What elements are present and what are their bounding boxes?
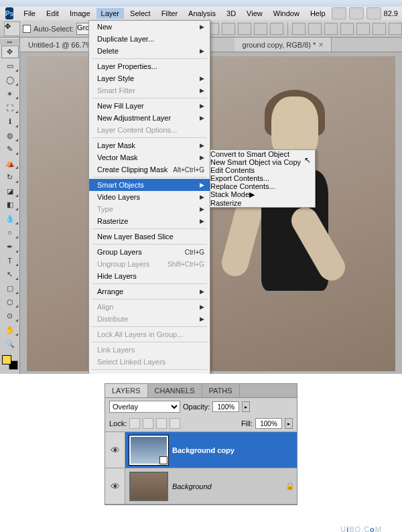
menu-item-vector-mask[interactable]: Vector Mask▶ [89, 151, 210, 163]
opacity-input[interactable]: 100% [212, 401, 239, 412]
menu-item-rasterize[interactable]: Rasterize▶ [89, 215, 210, 227]
distribute-icon[interactable] [292, 23, 306, 35]
submenu-item-new-smart-object-via-copy: New Smart Object via Copy [210, 158, 315, 166]
launch-bridge-icon[interactable] [332, 7, 346, 19]
menu-item-create-clipping-mask[interactable]: Create Clipping MaskAlt+Ctrl+G [89, 163, 210, 176]
view-extras-icon[interactable] [349, 7, 364, 19]
crop-tool[interactable]: ⛶ [1, 101, 19, 114]
healing-brush-tool[interactable]: ◍ [1, 129, 19, 142]
menu-item-duplicate-layer-[interactable]: Duplicate Layer... [89, 33, 210, 45]
doc-tab-2[interactable]: ground copy, RGB/8) * × [234, 38, 332, 52]
path-select-tool[interactable]: ↖ [1, 268, 19, 281]
menu-image[interactable]: Image [65, 8, 95, 19]
panel-expand-icon[interactable]: ▸▸ [0, 39, 19, 45]
foreground-color[interactable] [2, 355, 11, 364]
auto-align-icon[interactable] [389, 23, 402, 35]
menu-file[interactable]: File [19, 8, 40, 19]
type-tool[interactable]: T [1, 255, 19, 267]
menu-edit[interactable]: Edit [42, 8, 64, 19]
opacity-slider-icon[interactable]: ▸ [242, 401, 250, 412]
align-right-icon[interactable] [222, 23, 235, 35]
submenu-item-stack-mode: Stack Mode▶ [210, 190, 315, 199]
shape-tool[interactable]: ▢ [1, 282, 19, 295]
fill-input[interactable]: 100% [255, 418, 282, 429]
submenu-item-convert-to-smart-object[interactable]: Convert to Smart Object↖ [210, 150, 315, 158]
menu-item-layer-style[interactable]: Layer Style▶ [89, 72, 210, 84]
menu-item-layer-mask[interactable]: Layer Mask▶ [89, 139, 210, 151]
pen-tool[interactable]: ✒ [1, 241, 19, 253]
eyedropper-tool[interactable]: ℹ [1, 115, 19, 128]
tab-channels[interactable]: CHANNELS [148, 384, 202, 397]
3d-tool[interactable]: ⬡ [1, 296, 19, 309]
menu-item-new-adjustment-layer[interactable]: New Adjustment Layer▶ [89, 112, 210, 124]
menu-item-new-layer-based-slice[interactable]: New Layer Based Slice [89, 230, 210, 243]
color-swatch[interactable] [2, 355, 18, 370]
hand-tool[interactable]: ✋ [1, 324, 19, 336]
align-center-v-icon[interactable] [254, 23, 267, 35]
layer-thumbnail[interactable] [129, 436, 168, 465]
magic-wand-tool[interactable]: ✴ [1, 88, 19, 101]
layer-name[interactable]: Background copy [172, 446, 297, 454]
distribute-icon-2[interactable] [308, 23, 322, 35]
blend-mode-select[interactable]: Overlay [109, 401, 180, 413]
history-brush-tool[interactable]: ↻ [1, 171, 19, 184]
move-tool[interactable]: ✥ [1, 46, 19, 58]
menu-3d[interactable]: 3D [222, 8, 241, 19]
canvas[interactable] [27, 56, 395, 371]
move-tool-icon[interactable]: ✥ [4, 21, 20, 36]
zoom-value[interactable]: 82.9 [384, 9, 398, 17]
lock-pixels-icon[interactable] [143, 418, 153, 429]
layer-thumbnail[interactable] [129, 472, 168, 501]
align-top-icon[interactable] [238, 23, 251, 35]
menu-item-merge-down[interactable]: Merge DownCtrl+E [89, 371, 210, 374]
align-bottom-icon[interactable] [270, 23, 283, 35]
screen-mode-icon[interactable] [366, 7, 381, 19]
autoselect-checkbox[interactable] [23, 25, 31, 33]
gradient-tool[interactable]: ◧ [1, 199, 19, 212]
menu-item-smart-objects[interactable]: Smart Objects▶ [89, 179, 210, 191]
tab-paths[interactable]: PATHS [202, 384, 240, 397]
fill-slider-icon[interactable]: ▸ [285, 418, 293, 429]
menu-layer[interactable]: Layer [96, 8, 125, 19]
lock-transparency-icon[interactable] [129, 418, 140, 429]
menu-select[interactable]: Select [125, 8, 155, 19]
layer-row-background-copy[interactable]: 👁 Background copy [105, 432, 297, 468]
menu-item-new[interactable]: New▶ [89, 21, 210, 33]
clone-stamp-tool[interactable]: ⛺ [1, 157, 19, 170]
blur-tool[interactable]: 💧 [1, 212, 19, 225]
marquee-tool[interactable]: ▭ [1, 60, 19, 72]
lock-all-icon[interactable] [170, 418, 180, 429]
lock-position-icon[interactable] [156, 418, 167, 429]
layer-name[interactable]: Background [172, 482, 283, 490]
menu-item-layer-properties-[interactable]: Layer Properties... [89, 60, 210, 72]
layer-row-background[interactable]: 👁 Background 🔒 [105, 468, 297, 505]
menu-item-lock-all-layers-in-group-: Lock All Layers in Group... [89, 328, 210, 340]
menu-filter[interactable]: Filter [157, 8, 182, 19]
menu-item-hide-layers[interactable]: Hide Layers [89, 270, 210, 282]
menu-view[interactable]: View [242, 8, 267, 19]
visibility-toggle[interactable]: 👁 [105, 468, 125, 504]
distribute-icon-5[interactable] [356, 23, 370, 35]
close-icon[interactable]: × [318, 40, 323, 50]
zoom-tool[interactable]: 🔍 [1, 338, 19, 350]
menu-item-video-layers[interactable]: Video Layers▶ [89, 191, 210, 203]
distribute-icon-3[interactable] [324, 23, 338, 35]
smart-object-badge-icon [159, 456, 168, 464]
menu-item-arrange[interactable]: Arrange▶ [89, 285, 210, 297]
dodge-tool[interactable]: ○ [1, 226, 19, 239]
brush-tool[interactable]: ✎ [1, 143, 19, 156]
distribute-icon-4[interactable] [340, 23, 354, 35]
eraser-tool[interactable]: ◪ [1, 185, 19, 198]
visibility-toggle[interactable]: 👁 [105, 432, 125, 468]
menu-item-new-fill-layer[interactable]: New Fill Layer▶ [89, 100, 210, 112]
menu-window[interactable]: Window [269, 8, 304, 19]
menu-analysis[interactable]: Analysis [184, 8, 220, 19]
menu-help[interactable]: Help [306, 8, 330, 19]
lasso-tool[interactable]: ◯ [1, 74, 19, 86]
menu-item-layer-content-options-: Layer Content Options... [89, 124, 210, 136]
distribute-icon-6[interactable] [373, 23, 386, 35]
menu-item-group-layers[interactable]: Group LayersCtrl+G [89, 246, 210, 258]
menu-item-delete[interactable]: Delete▶ [89, 45, 210, 57]
3d-camera-tool[interactable]: ⊙ [1, 310, 19, 322]
tab-layers[interactable]: LAYERS [105, 384, 148, 397]
